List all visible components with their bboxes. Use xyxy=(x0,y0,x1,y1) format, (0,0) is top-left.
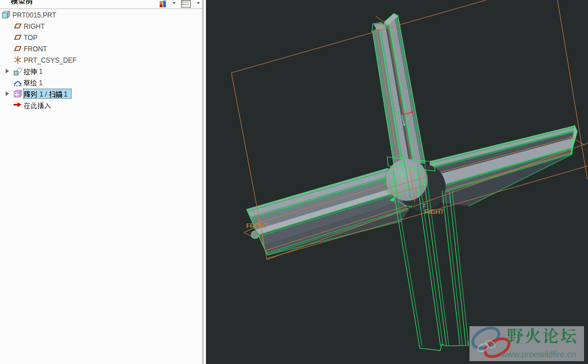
svg-text:Z: Z xyxy=(423,203,426,208)
svg-text:RIGHT: RIGHT xyxy=(425,208,445,215)
svg-text:x: x xyxy=(20,57,21,60)
svg-text:FRONT: FRONT xyxy=(247,222,268,229)
svg-text:www.proewildfire.cn: www.proewildfire.cn xyxy=(501,349,576,359)
